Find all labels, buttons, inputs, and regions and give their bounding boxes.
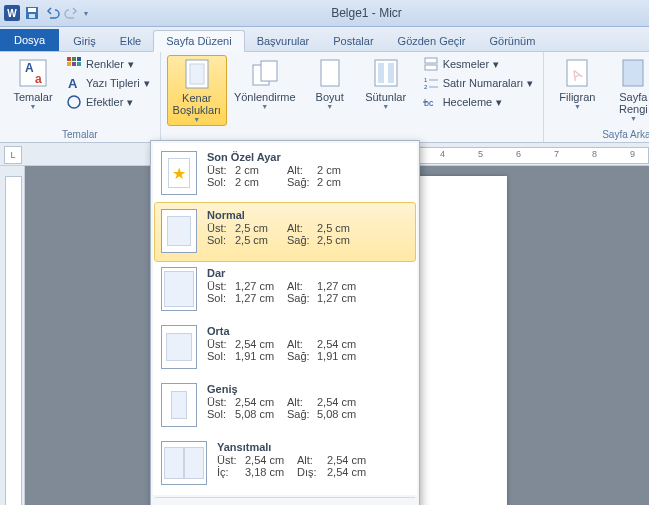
star-icon: ★ [172, 164, 186, 183]
undo-icon[interactable] [44, 5, 60, 21]
margins-icon [181, 58, 213, 90]
watermark-icon: A [561, 57, 593, 89]
chevron-down-icon: ▼ [30, 103, 37, 110]
svg-text:2: 2 [424, 84, 428, 90]
effects-icon [66, 94, 82, 110]
svg-text:1: 1 [424, 77, 428, 83]
size-icon [314, 57, 346, 89]
theme-colors-button[interactable]: Renkler ▾ [62, 55, 154, 73]
group-themes: Aa Temalar▼ Renkler ▾ AYazı Tipleri ▾ Ef… [0, 52, 161, 142]
svg-rect-10 [77, 57, 81, 61]
chevron-down-icon: ▼ [193, 116, 200, 123]
hyphenation-button[interactable]: bcHeceleme ▾ [419, 93, 538, 111]
margin-preset-normal[interactable]: Normal Üst:2,5 cmAlt:2,5 cm Sol:2,5 cmSa… [154, 202, 416, 262]
custom-margins-button[interactable]: Özel Kenar Boşlukları... [151, 500, 419, 505]
tab-insert[interactable]: Ekle [108, 31, 153, 51]
window-title: Belge1 - Micr [88, 6, 645, 20]
size-button[interactable]: Boyut▼ [303, 55, 357, 112]
watermark-button[interactable]: A Filigran▼ [550, 55, 604, 112]
margins-button[interactable]: Kenar Boşlukları▼ [167, 55, 227, 126]
svg-rect-9 [72, 57, 76, 61]
columns-icon [370, 57, 402, 89]
svg-rect-20 [321, 60, 339, 86]
svg-text:bc: bc [424, 98, 434, 108]
themes-icon: Aa [17, 57, 49, 89]
theme-fonts-button[interactable]: AYazı Tipleri ▾ [62, 74, 154, 92]
svg-text:A: A [68, 76, 78, 91]
svg-rect-12 [72, 62, 76, 66]
redo-icon[interactable] [64, 5, 80, 21]
margin-preset-moderate[interactable]: Orta Üst:2,54 cmAlt:2,54 cm Sol:1,91 cmS… [155, 319, 415, 377]
group-page-setup: Kenar Boşlukları▼ Yönlendirme▼ Boyut▼ Sü… [161, 52, 545, 142]
margin-thumb-icon [161, 209, 197, 253]
columns-button[interactable]: Sütunlar▼ [359, 55, 413, 112]
svg-rect-3 [28, 8, 36, 12]
ruler-corner: L [4, 146, 22, 164]
chevron-down-icon: ▼ [574, 103, 581, 110]
svg-rect-24 [425, 58, 437, 63]
fonts-icon: A [66, 75, 82, 91]
ribbon: Aa Temalar▼ Renkler ▾ AYazı Tipleri ▾ Ef… [0, 52, 649, 143]
margin-thumb-icon [161, 267, 197, 311]
chevron-down-icon: ▼ [326, 103, 333, 110]
menu-separator [155, 497, 415, 498]
line-numbers-button[interactable]: 12Satır Numaraları ▾ [419, 74, 538, 92]
save-icon[interactable] [24, 5, 40, 21]
svg-rect-8 [67, 57, 71, 61]
margin-preset-mirrored[interactable]: Yansıtmalı Üst:2,54 cmAlt:2,54 cm İç:3,1… [155, 435, 415, 493]
orientation-button[interactable]: Yönlendirme▼ [229, 55, 301, 112]
chevron-down-icon: ▾ [128, 58, 134, 71]
margin-preset-narrow[interactable]: Dar Üst:1,27 cmAlt:1,27 cm Sol:1,27 cmSa… [155, 261, 415, 319]
orientation-icon [249, 57, 281, 89]
tab-view[interactable]: Görünüm [477, 31, 547, 51]
hyphenation-icon: bc [423, 94, 439, 110]
themes-button[interactable]: Aa Temalar▼ [6, 55, 60, 112]
svg-rect-17 [190, 64, 204, 84]
chevron-down-icon: ▼ [630, 115, 637, 122]
tab-references[interactable]: Başvurular [245, 31, 322, 51]
svg-point-15 [68, 96, 80, 108]
chevron-down-icon: ▼ [382, 103, 389, 110]
quick-access-toolbar: W ▾ [4, 5, 88, 21]
margin-thumb-icon [161, 441, 207, 485]
line-numbers-icon: 12 [423, 75, 439, 91]
tab-home[interactable]: Giriş [61, 31, 108, 51]
chevron-down-icon: ▾ [127, 96, 133, 109]
svg-rect-13 [77, 62, 81, 66]
ribbon-tabs: Dosya Giriş Ekle Sayfa Düzeni Başvurular… [0, 27, 649, 52]
breaks-icon [423, 56, 439, 72]
svg-rect-11 [67, 62, 71, 66]
colors-icon [66, 56, 82, 72]
svg-rect-22 [378, 63, 384, 83]
chevron-down-icon: ▾ [527, 77, 533, 90]
page-color-button[interactable]: Sayfa Rengi▼ [606, 55, 649, 124]
chevron-down-icon: ▾ [493, 58, 499, 71]
breaks-button[interactable]: Kesmeler ▾ [419, 55, 538, 73]
tab-mailings[interactable]: Postalar [321, 31, 385, 51]
word-icon: W [4, 5, 20, 21]
svg-text:a: a [35, 72, 42, 86]
tab-file[interactable]: Dosya [0, 29, 59, 51]
theme-effects-button[interactable]: Efektler ▾ [62, 93, 154, 111]
chevron-down-icon: ▼ [261, 103, 268, 110]
vertical-ruler[interactable] [0, 166, 25, 505]
margin-preset-last-custom[interactable]: ★ Son Özel Ayar Üst:2 cmAlt:2 cm Sol:2 c… [155, 145, 415, 203]
svg-text:A: A [25, 61, 34, 75]
margin-thumb-icon: ★ [161, 151, 197, 195]
page-color-icon [617, 57, 649, 89]
chevron-down-icon: ▾ [496, 96, 502, 109]
margin-preset-wide[interactable]: Geniş Üst:2,54 cmAlt:2,54 cm Sol:5,08 cm… [155, 377, 415, 435]
svg-rect-25 [425, 65, 437, 70]
svg-rect-23 [388, 63, 394, 83]
margin-thumb-icon [161, 325, 197, 369]
group-page-background: A Filigran▼ Sayfa Rengi▼ Sayfa Kenarlıkl… [544, 52, 649, 142]
title-bar: W ▾ Belge1 - Micr [0, 0, 649, 27]
tab-page-layout[interactable]: Sayfa Düzeni [153, 30, 244, 52]
chevron-down-icon: ▾ [144, 77, 150, 90]
svg-text:W: W [7, 8, 17, 19]
tab-review[interactable]: Gözden Geçir [386, 31, 478, 51]
svg-rect-34 [623, 60, 643, 86]
svg-rect-19 [261, 61, 277, 81]
margin-thumb-icon [161, 383, 197, 427]
svg-rect-4 [29, 14, 35, 18]
